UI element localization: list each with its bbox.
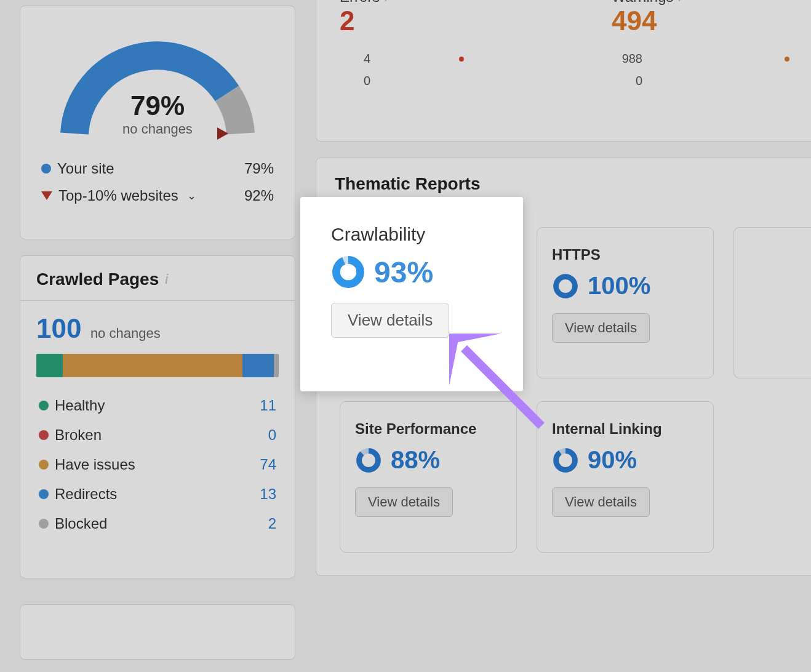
errors-label: Errors (340, 0, 380, 6)
tile-title: Crawlability (331, 224, 496, 245)
tile-value: 88% (391, 446, 440, 474)
datapoint-icon (459, 57, 464, 62)
breakdown-value: 2 (252, 515, 276, 532)
svg-point-4 (359, 450, 378, 470)
triangle-icon (41, 191, 52, 200)
info-icon: i (385, 0, 388, 5)
report-tile-https: HTTPS 100% View details (537, 227, 714, 378)
breakdown-label: Broken (55, 426, 102, 444)
gauge-percent: 79% (56, 90, 259, 121)
warnings-label: Warnings (612, 0, 673, 6)
report-tile-performance: Site Performance 88% View details (340, 401, 517, 553)
legend-label: Your site (57, 160, 114, 177)
info-icon: i (678, 0, 681, 5)
legend-dot-icon (39, 489, 49, 499)
tile-title: Site Performance (355, 420, 501, 438)
thematic-reports-title: Thematic Reports (335, 174, 801, 194)
breakdown-value: 0 (252, 426, 276, 444)
issues-summary-card: Errors i 2 4 0 Warnings i 494 988 0 (316, 0, 811, 142)
errors-sparkline: 4 0 (340, 47, 524, 92)
legend-label: Top-10% websites (58, 187, 178, 204)
warnings-title: Warnings i (612, 0, 796, 6)
axis-tick: 0 (612, 74, 642, 88)
legend-dot-icon (39, 430, 49, 440)
crawled-breakdown-bar (36, 354, 279, 377)
legend-dot-icon (39, 460, 49, 470)
report-tile-cutoff (733, 227, 811, 378)
crawled-pages-card: Crawled Pages i 100 no changes Healthy 1… (20, 255, 295, 578)
crawled-count: 100 (36, 313, 81, 343)
site-health-card: 79% no changes Your site 79% Top-10% web… (20, 6, 295, 239)
crawled-pages-title: Crawled Pages (36, 270, 159, 289)
legend-your-site[interactable]: Your site 79% (35, 155, 280, 182)
breakdown-value: 11 (252, 397, 276, 414)
legend-dot-icon (41, 164, 51, 174)
breakdown-redirects[interactable]: Redirects 13 (36, 479, 279, 509)
axis-tick: 0 (340, 74, 370, 88)
legend-dot-icon (39, 401, 49, 410)
breakdown-broken[interactable]: Broken 0 (36, 420, 279, 450)
legend-value: 79% (244, 160, 274, 177)
report-tile-crawlability-highlighted: Crawlability 93% View details (300, 197, 523, 391)
breakdown-label: Redirects (55, 486, 117, 503)
tile-title: HTTPS (552, 246, 698, 263)
breakdown-label: Healthy (55, 397, 105, 414)
health-gauge: 79% no changes (56, 26, 259, 143)
donut-icon (552, 447, 579, 474)
legend-dot-icon (39, 519, 49, 529)
tile-value: 100% (588, 272, 650, 300)
warnings-value: 494 (612, 6, 796, 36)
datapoint-icon (785, 57, 789, 62)
breakdown-label: Blocked (55, 515, 107, 532)
donut-icon (331, 255, 366, 289)
breakdown-label: Have issues (55, 456, 135, 473)
breakdown-issues[interactable]: Have issues 74 (36, 450, 279, 479)
info-icon[interactable]: i (165, 271, 168, 287)
tile-title: Internal Linking (552, 420, 698, 438)
report-tile-linking: Internal Linking 90% View details (537, 401, 714, 553)
view-details-button[interactable]: View details (552, 487, 650, 517)
view-details-button[interactable]: View details (355, 487, 453, 517)
axis-tick: 4 (340, 52, 370, 66)
breakdown-value: 74 (252, 456, 276, 473)
donut-icon (552, 273, 579, 300)
warnings-sparkline: 988 0 (612, 47, 796, 92)
svg-point-8 (336, 260, 360, 284)
breakdown-healthy[interactable]: Healthy 11 (36, 391, 279, 420)
gauge-change-label: no changes (56, 121, 259, 137)
legend-value: 92% (244, 187, 274, 204)
breakdown-value: 13 (252, 486, 276, 503)
donut-icon (355, 447, 382, 474)
crawled-change-label: no changes (90, 326, 161, 341)
chevron-down-icon: ⌄ (187, 189, 196, 202)
card-cutoff (20, 604, 295, 660)
errors-value: 2 (340, 6, 524, 36)
axis-tick: 988 (612, 52, 642, 66)
svg-point-6 (556, 450, 575, 470)
svg-point-2 (556, 276, 575, 295)
tile-value: 90% (588, 446, 637, 474)
tile-value: 93% (374, 255, 433, 289)
legend-top10-dropdown[interactable]: Top-10% websites ⌄ 92% (35, 182, 280, 209)
breakdown-blocked[interactable]: Blocked 2 (36, 509, 279, 538)
errors-title: Errors i (340, 0, 524, 6)
view-details-button[interactable]: View details (331, 303, 449, 338)
warnings-column: Warnings i 494 988 0 (612, 0, 796, 92)
view-details-button[interactable]: View details (552, 313, 650, 343)
errors-column: Errors i 2 4 0 (340, 0, 524, 92)
